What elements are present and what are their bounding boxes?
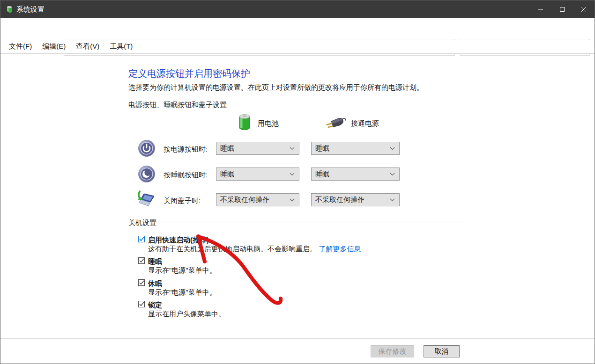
window-caption-buttons [530,0,595,18]
menubar: 文件(F) 编辑(E) 查看(V) 工具(T) [0,40,595,54]
footer-divider [0,338,595,339]
page-title: 定义电源按钮并启用密码保护 [128,67,250,80]
select-value: 不采取任何操作 [315,196,364,204]
select-value: 睡眠 [315,170,329,179]
sleep-button-battery-select[interactable]: 睡眠 [216,167,299,181]
menu-edit[interactable]: 编辑(E) [38,42,69,51]
chevron-down-icon [290,173,295,176]
close-button[interactable] [573,0,595,18]
save-changes-button[interactable]: 保存修改 [371,345,414,357]
power-button-pluggedin-select[interactable]: 睡眠 [311,142,400,155]
select-value: 睡眠 [315,144,329,153]
maximize-button[interactable] [551,0,573,18]
hibernate-checkbox-description: 显示在"电源"菜单中。 [148,288,216,297]
fast-startup-label[interactable]: 启用快速启动(推荐) [148,236,209,245]
section-divider [231,105,464,105]
sleep-button-icon [138,165,156,185]
power-button-row-label: 按电源按钮时: [164,145,208,154]
lid-close-row-label: 关闭盖子时: [164,197,201,205]
lock-checkbox-description: 显示在用户头像菜单中。 [148,310,225,319]
battery-icon [238,114,251,133]
cancel-button[interactable]: 取消 [424,345,460,357]
select-value: 睡眠 [220,170,234,179]
minimize-button[interactable] [530,0,551,18]
menu-file[interactable]: 文件(F) [5,42,36,51]
power-options-app-icon [5,5,14,14]
sleep-button-row-label: 按睡眠按钮时: [164,171,208,180]
lid-close-icon [135,190,157,211]
select-value: 不采取任何操作 [220,196,269,204]
power-buttons-section-header: 电源按钮、睡眠按钮和盖子设置 [128,101,464,109]
menu-view[interactable]: 查看(V) [72,42,103,51]
sleep-checkbox-description: 显示在"电源"菜单中。 [148,266,216,275]
hibernate-checkbox[interactable] [138,279,145,286]
sleep-checkbox[interactable] [138,257,145,264]
window-title: 系统设置 [16,0,45,18]
learn-more-link[interactable]: 了解更多信息 [319,245,361,253]
chevron-down-icon [290,147,295,150]
lid-close-battery-select[interactable]: 不采取任何操作 [216,193,299,206]
chevron-down-icon [390,198,395,202]
section-divider [161,223,464,223]
titlebar: 系统设置 [0,0,595,18]
on-battery-column-label: 用电池 [258,119,279,128]
lid-close-pluggedin-select[interactable]: 不采取任何操作 [311,193,400,206]
lock-checkbox-label[interactable]: 锁定 [148,301,162,310]
fast-startup-checkbox[interactable] [138,236,145,242]
chevron-down-icon [390,147,395,150]
fast-startup-description: 这有助于在关机之后更快地启动电脑。不会影响重启。 了解更多信息 [148,245,361,254]
power-button-battery-select[interactable]: 睡眠 [216,142,299,155]
sleep-button-pluggedin-select[interactable]: 睡眠 [311,167,400,181]
plugged-in-column-label: 接通电源 [351,119,379,128]
chevron-down-icon [390,173,395,176]
hibernate-checkbox-label[interactable]: 休眠 [148,279,162,288]
shutdown-section-header: 关机设置 [128,218,464,227]
description-text: 这有助于在关机之后更快地启动电脑。不会影响重启。 [148,245,317,253]
lock-checkbox[interactable] [138,301,145,307]
select-value: 睡眠 [220,144,234,153]
sleep-checkbox-label[interactable]: 睡眠 [148,257,162,266]
menu-tools[interactable]: 工具(T) [106,42,136,51]
page-description: 选择要为你的计算机设置的电源设置。在此页上对设置所做的更改将应用于你所有的电源计… [128,83,424,92]
power-button-icon [138,139,156,159]
shutdown-section-title: 关机设置 [128,218,156,227]
navigation-bar: 控制面板 硬件和声音 电源选项 系统设置 [0,18,595,40]
power-buttons-section-title: 电源按钮、睡眠按钮和盖子设置 [128,101,227,109]
plug-icon [326,116,347,132]
chevron-down-icon [290,198,295,202]
system-settings-window: 系统设置 [0,0,595,364]
